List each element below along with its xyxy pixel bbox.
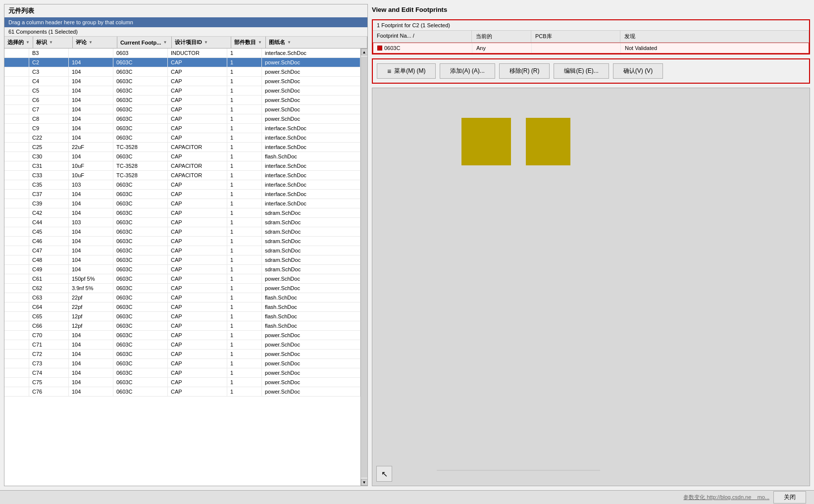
col-header-schematic[interactable]: 图纸名 ▼ bbox=[266, 37, 367, 48]
table-row[interactable]: C63 22pf 0603C CAP 1 flash.SchDoc bbox=[4, 293, 360, 302]
table-row[interactable]: C3 104 0603C CAP 1 power.SchDoc bbox=[4, 67, 360, 77]
col-header-id[interactable]: 标识 ▼ bbox=[33, 37, 73, 48]
td-checkbox bbox=[4, 274, 29, 283]
scroll-up-button[interactable]: ▲ bbox=[361, 49, 368, 55]
table-row[interactable]: C4 104 0603C CAP 1 power.SchDoc bbox=[4, 77, 360, 86]
col-header-count[interactable]: 部件数目 ▼ bbox=[231, 37, 266, 48]
table-row[interactable]: C8 104 0603C CAP 1 power.SchDoc bbox=[4, 114, 360, 124]
table-row[interactable]: C37 104 0603C CAP 1 interface.SchDoc bbox=[4, 190, 360, 199]
td-footprint: 0603C bbox=[113, 293, 168, 302]
table-row[interactable]: C9 104 0603C CAP 1 interface.SchDoc bbox=[4, 124, 360, 133]
table-row[interactable]: C5 104 0603C CAP 1 power.SchDoc bbox=[4, 86, 360, 96]
td-design-id: CAP bbox=[168, 180, 227, 189]
table-row[interactable]: C48 104 0603C CAP 1 sdram.SchDoc bbox=[4, 255, 360, 265]
td-schematic: sdram.SchDoc bbox=[262, 237, 360, 246]
fth-name[interactable]: Footprint Na... / bbox=[373, 31, 472, 42]
edit-button[interactable]: 编辑(E) (E)... bbox=[554, 63, 609, 79]
fth-found[interactable]: 发现 bbox=[620, 31, 809, 42]
td-comment: 104 bbox=[69, 378, 113, 387]
col-header-comment[interactable]: 评论 ▼ bbox=[73, 37, 117, 48]
col-label-id: 标识 bbox=[36, 39, 47, 46]
confirm-button[interactable]: 确认(V) (V) bbox=[613, 63, 663, 79]
td-schematic: power.SchDoc bbox=[262, 86, 360, 95]
table-row[interactable]: C33 10uF TC-3528 CAPACITOR 1 interface.S… bbox=[4, 171, 360, 180]
fth-current[interactable]: 当前的 bbox=[472, 31, 531, 42]
table-row[interactable]: C44 103 0603C CAP 1 sdram.SchDoc bbox=[4, 218, 360, 227]
td-comment: 104 bbox=[69, 359, 113, 368]
scrollbar[interactable]: ▲ ▼ bbox=[360, 49, 367, 486]
scroll-thumb[interactable] bbox=[361, 56, 368, 478]
table-row[interactable]: C30 104 0603C CAP 1 flash.SchDoc bbox=[4, 152, 360, 161]
td-design-id: CAP bbox=[168, 368, 227, 377]
table-row[interactable]: C46 104 0603C CAP 1 sdram.SchDoc bbox=[4, 237, 360, 246]
scroll-down-button[interactable]: ▼ bbox=[361, 479, 368, 486]
td-count: 1 bbox=[227, 293, 262, 302]
td-id: C22 bbox=[29, 133, 69, 142]
td-checkbox bbox=[4, 190, 29, 199]
col-header-checkbox[interactable]: 选择的 ▼ bbox=[4, 37, 33, 48]
td-footprint: 0603 bbox=[113, 49, 168, 57]
table-row[interactable]: C64 22pf 0603C CAP 1 flash.SchDoc bbox=[4, 302, 360, 312]
table-row[interactable]: C7 104 0603C CAP 1 power.SchDoc bbox=[4, 105, 360, 114]
dropdown-arrow-id: ▼ bbox=[49, 40, 53, 45]
td-count: 1 bbox=[227, 368, 262, 377]
td-id: C49 bbox=[29, 265, 69, 274]
td-design-id: CAP bbox=[168, 274, 227, 283]
footprint-row[interactable]: 0603C Any Not Validated bbox=[373, 43, 809, 53]
td-footprint: 0603C bbox=[113, 86, 168, 95]
table-row[interactable]: C22 104 0603C CAP 1 interface.SchDoc bbox=[4, 133, 360, 143]
td-checkbox bbox=[4, 368, 29, 377]
table-row[interactable]: C73 104 0603C CAP 1 power.SchDoc bbox=[4, 359, 360, 368]
td-count: 1 bbox=[227, 190, 262, 199]
td-schematic: power.SchDoc bbox=[262, 114, 360, 123]
td-footprint: 0603C bbox=[113, 265, 168, 274]
table-row[interactable]: C6 104 0603C CAP 1 power.SchDoc bbox=[4, 96, 360, 105]
td-design-id: CAP bbox=[168, 227, 227, 236]
td-schematic: flash.SchDoc bbox=[262, 152, 360, 161]
bottom-link[interactable]: 参数变化 http://blog.csdn.ne__mo... bbox=[683, 494, 769, 501]
add-button[interactable]: 添加(A) (A)... bbox=[440, 63, 495, 79]
td-schematic: interface.SchDoc bbox=[262, 161, 360, 170]
table-row[interactable]: C74 104 0603C CAP 1 power.SchDoc bbox=[4, 368, 360, 378]
td-footprint: 0603C bbox=[113, 302, 168, 311]
table-row[interactable]: C71 104 0603C CAP 1 power.SchDoc bbox=[4, 340, 360, 350]
table-row[interactable]: C25 22uF TC-3528 CAPACITOR 1 interface.S… bbox=[4, 143, 360, 152]
table-row[interactable]: C66 12pf 0603C CAP 1 flash.SchDoc bbox=[4, 321, 360, 331]
table-row[interactable]: C62 3.9nf 5% 0603C CAP 1 power.SchDoc bbox=[4, 284, 360, 293]
td-checkbox bbox=[4, 86, 29, 95]
table-row[interactable]: C49 104 0603C CAP 1 sdram.SchDoc bbox=[4, 265, 360, 274]
td-design-id: CAP bbox=[168, 331, 227, 340]
pointer-tool-button[interactable]: ↖ bbox=[376, 466, 392, 482]
td-id: C73 bbox=[29, 359, 69, 368]
remove-button[interactable]: 移除(R) (R) bbox=[499, 63, 550, 79]
td-count: 1 bbox=[227, 86, 262, 95]
td-id: C45 bbox=[29, 227, 69, 236]
table-row[interactable]: C72 104 0603C CAP 1 power.SchDoc bbox=[4, 350, 360, 359]
table-row[interactable]: C75 104 0603C CAP 1 power.SchDoc bbox=[4, 378, 360, 387]
td-count: 1 bbox=[227, 227, 262, 236]
table-row[interactable]: C61 150pf 5% 0603C CAP 1 power.SchDoc bbox=[4, 274, 360, 284]
table-row[interactable]: C65 12pf 0603C CAP 1 flash.SchDoc bbox=[4, 312, 360, 321]
td-id: C61 bbox=[29, 274, 69, 283]
table-row[interactable]: C42 104 0603C CAP 1 sdram.SchDoc bbox=[4, 208, 360, 218]
td-count: 1 bbox=[227, 255, 262, 264]
edit-button-label: 编辑(E) (E)... bbox=[564, 67, 598, 74]
table-row[interactable]: C39 104 0603C CAP 1 interface.SchDoc bbox=[4, 199, 360, 208]
close-button[interactable]: 关闭 bbox=[773, 491, 806, 504]
fth-pcblib[interactable]: PCB库 bbox=[531, 31, 620, 42]
table-row[interactable]: C45 104 0603C CAP 1 sdram.SchDoc bbox=[4, 227, 360, 237]
table-row[interactable]: C70 104 0603C CAP 1 power.SchDoc bbox=[4, 331, 360, 340]
menu-button[interactable]: ≡ 菜单(M) (M) bbox=[377, 63, 436, 79]
table-row[interactable]: B3 0603 INDUCTOR 1 interface.SchDoc bbox=[4, 49, 360, 58]
td-schematic: sdram.SchDoc bbox=[262, 255, 360, 264]
table-row[interactable]: C31 10uF TC-3528 CAPACITOR 1 interface.S… bbox=[4, 161, 360, 171]
table-row[interactable]: C76 104 0603C CAP 1 power.SchDoc bbox=[4, 387, 360, 397]
col-header-design-id[interactable]: 设计项目ID ▼ bbox=[172, 37, 231, 48]
td-count: 1 bbox=[227, 208, 262, 217]
table-row[interactable]: C2 104 0603C CAP 1 power.SchDoc bbox=[4, 58, 360, 67]
td-checkbox bbox=[4, 293, 29, 302]
table-row[interactable]: C47 104 0603C CAP 1 sdram.SchDoc bbox=[4, 246, 360, 255]
col-header-footprint[interactable]: Current Footp... ▼ bbox=[117, 37, 172, 48]
td-checkbox bbox=[4, 284, 29, 293]
table-row[interactable]: C35 103 0603C CAP 1 interface.SchDoc bbox=[4, 180, 360, 190]
